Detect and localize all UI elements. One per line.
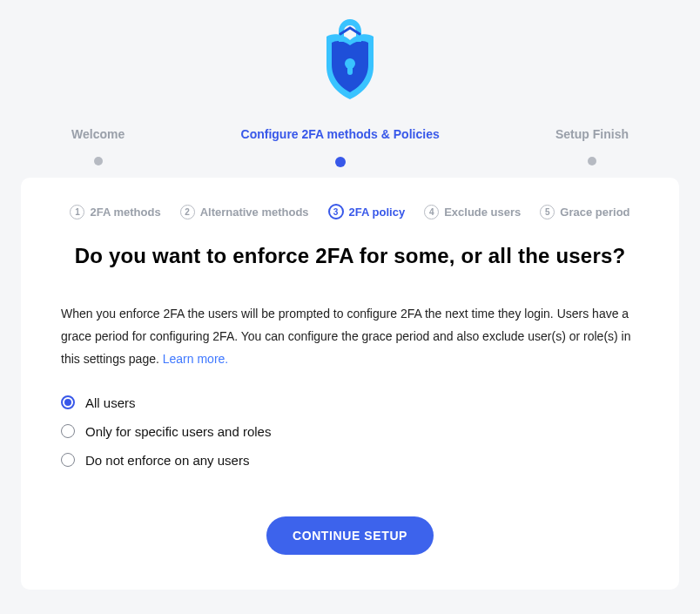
description-text: When you enforce 2FA the users will be p…	[61, 307, 631, 366]
wizard-stepper: Welcome Configure 2FA methods & Policies…	[10, 127, 690, 167]
radio-icon	[61, 424, 75, 438]
shield-lock-icon	[311, 16, 389, 103]
substep-number: 5	[540, 205, 555, 219]
page-heading: Do you want to enforce 2FA for some, or …	[61, 244, 639, 268]
step-label: Configure 2FA methods & Policies	[241, 127, 440, 141]
substep-alternative-methods[interactable]: 2 Alternative methods	[180, 204, 309, 219]
svg-rect-1	[347, 66, 353, 75]
enforce-options: All users Only for specific users and ro…	[61, 395, 639, 468]
substep-number: 2	[180, 205, 195, 219]
step-finish[interactable]: Setup Finish	[555, 127, 629, 167]
step-label: Setup Finish	[555, 127, 629, 141]
step-dot	[335, 157, 346, 167]
substep-label: Alternative methods	[200, 206, 309, 219]
step-configure[interactable]: Configure 2FA methods & Policies	[241, 127, 440, 167]
wizard-card: 1 2FA methods 2 Alternative methods 3 2F…	[21, 178, 679, 590]
option-do-not-enforce[interactable]: Do not enforce on any users	[61, 453, 639, 468]
substep-label: Grace period	[560, 206, 629, 219]
option-all-users[interactable]: All users	[61, 395, 639, 410]
substep-label: Exclude users	[444, 206, 521, 219]
wizard-logo	[10, 16, 690, 103]
description: When you enforce 2FA the users will be p…	[61, 303, 639, 371]
continue-setup-button[interactable]: CONTINUE SETUP	[266, 516, 434, 555]
substep-label: 2FA methods	[90, 206, 160, 219]
substep-label: 2FA policy	[349, 206, 406, 219]
option-specific-users[interactable]: Only for specific users and roles	[61, 424, 639, 439]
substep-number: 3	[328, 204, 344, 219]
option-label: All users	[85, 395, 136, 410]
step-dot	[588, 157, 596, 165]
substep-number: 1	[70, 205, 84, 219]
learn-more-link[interactable]: Learn more.	[163, 352, 228, 366]
substep-2fa-methods[interactable]: 1 2FA methods	[70, 204, 160, 219]
substep-grace-period[interactable]: 5 Grace period	[540, 204, 629, 219]
step-label: Welcome	[71, 127, 125, 141]
radio-icon	[61, 453, 75, 467]
substep-number: 4	[424, 205, 439, 219]
radio-icon	[61, 395, 75, 409]
substep-nav: 1 2FA methods 2 Alternative methods 3 2F…	[61, 204, 639, 219]
step-welcome[interactable]: Welcome	[71, 127, 125, 167]
option-label: Only for specific users and roles	[85, 424, 271, 439]
step-dot	[94, 157, 103, 165]
substep-exclude-users[interactable]: 4 Exclude users	[424, 204, 521, 219]
option-label: Do not enforce on any users	[85, 453, 249, 468]
substep-2fa-policy[interactable]: 3 2FA policy	[328, 204, 406, 219]
